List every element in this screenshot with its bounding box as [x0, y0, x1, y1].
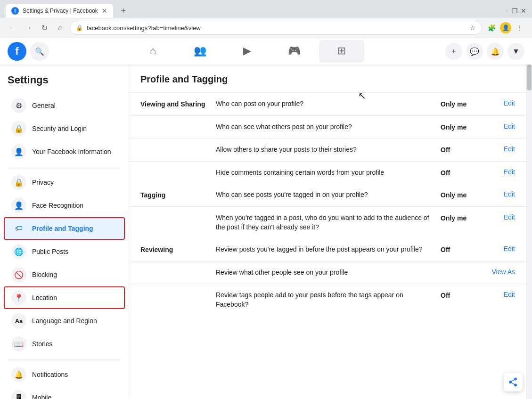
setting-value-review-others: [441, 268, 483, 269]
search-button[interactable]: 🔍: [30, 42, 49, 61]
nav-gaming[interactable]: 🎮: [272, 40, 317, 63]
edit-link-review-tags[interactable]: Edit: [504, 291, 515, 298]
refresh-button[interactable]: ↻: [38, 21, 51, 34]
setting-action-tagging-see: Edit: [487, 190, 515, 198]
setting-action-who-post: Edit: [487, 99, 515, 107]
sidebar-label-location: Location: [32, 294, 57, 301]
star-icon[interactable]: ☆: [470, 24, 476, 32]
new-tab-button[interactable]: +: [117, 4, 130, 17]
sidebar-item-general[interactable]: ⚙ General: [4, 94, 125, 117]
nav-watch[interactable]: ▶: [225, 40, 270, 63]
face-recognition-icon: 👤: [11, 198, 26, 213]
sidebar-divider-2: [8, 359, 121, 359]
location-icon: 📍: [11, 290, 26, 305]
address-bar[interactable]: 🔒 facebook.com/settings?tab=timeline&vie…: [70, 21, 482, 35]
sidebar-label-public-posts: Public Posts: [32, 248, 68, 255]
sidebar-title: Settings: [0, 70, 129, 94]
edit-link-tagging-see[interactable]: Edit: [504, 190, 515, 198]
setting-action-others-post: Edit: [487, 122, 515, 130]
extensions-icon[interactable]: 🧩: [485, 21, 498, 34]
mobile-icon: 📱: [11, 390, 26, 399]
sidebar-label-privacy: Privacy: [32, 179, 54, 186]
sidebar-item-stories[interactable]: 📖 Stories: [4, 333, 125, 355]
sidebar-item-face-recognition[interactable]: 👤 Face Recognition: [4, 194, 125, 217]
setting-desc-review-others: Review what other people see on your pro…: [216, 268, 437, 277]
browser-toolbar: 🧩 👤 ⋮: [485, 21, 526, 34]
setting-action-tagging-audience: Edit: [487, 213, 515, 221]
profile-icon[interactable]: 👤: [500, 22, 511, 33]
setting-action-review-tags: Edit: [487, 291, 515, 298]
view-as-link[interactable]: View As: [491, 268, 515, 276]
sidebar-item-mobile[interactable]: 📱 Mobile: [4, 386, 125, 399]
scrollbar-thumb[interactable]: [527, 65, 532, 90]
close-button[interactable]: ✕: [521, 7, 526, 15]
edit-link-share-stories[interactable]: Edit: [504, 145, 515, 153]
sidebar-item-language[interactable]: Aa Language and Region: [4, 309, 125, 332]
restore-button[interactable]: ❐: [512, 7, 518, 15]
general-icon: ⚙: [11, 98, 26, 113]
sidebar-item-privacy[interactable]: 🔒 Privacy: [4, 171, 125, 194]
sidebar-label-notifications: Notifications: [32, 371, 68, 378]
setting-row-tagging-see: Who can see posts you're tagged in on yo…: [216, 190, 515, 200]
sidebar-label-mobile: Mobile: [32, 394, 51, 399]
edit-link-review-tagged[interactable]: Edit: [504, 245, 515, 252]
setting-value-hide-comments: Off: [441, 168, 483, 177]
edit-link-who-post[interactable]: Edit: [504, 99, 515, 107]
browser-tab[interactable]: f Settings & Privacy | Facebook ✕: [6, 4, 113, 18]
setting-desc-review-tags: Review tags people add to your posts bef…: [216, 291, 437, 309]
setting-action-review-others: View As: [487, 268, 515, 276]
row-tagging-see: Tagging Who can see posts you're tagged …: [129, 184, 526, 207]
sidebar-label-profile-tagging: Profile and Tagging: [32, 225, 93, 232]
setting-value-tagging-see: Only me: [441, 190, 483, 199]
nav-marketplace[interactable]: ⊞: [319, 40, 364, 63]
setting-desc-tagging-audience: When you're tagged in a post, who do you…: [216, 213, 437, 232]
setting-action-hide-comments: Edit: [487, 168, 515, 176]
main-layout: Settings ⚙ General 🔒 Security and Login …: [0, 65, 532, 399]
stories-icon: 📖: [11, 336, 26, 351]
setting-value-who-post: Only me: [441, 99, 483, 108]
tab-close-button[interactable]: ✕: [102, 7, 107, 15]
browser-controls: ← → ↻ ⌂ 🔒 facebook.com/settings?tab=time…: [0, 18, 532, 38]
sidebar-item-public-posts[interactable]: 🌐 Public Posts: [4, 240, 125, 263]
sidebar-item-location[interactable]: 📍 Location: [4, 286, 125, 309]
content-area: Profile and Tagging Viewing and Sharing …: [129, 65, 526, 399]
edit-link-hide-comments[interactable]: Edit: [504, 168, 515, 176]
tab-title: Settings & Privacy | Facebook: [23, 8, 98, 14]
row-others-post: Who can see what others post on your pro…: [129, 116, 526, 139]
sidebar-item-facebook-info[interactable]: 👤 Your Facebook Information: [4, 140, 125, 163]
edit-link-tagging-audience[interactable]: Edit: [504, 213, 515, 221]
nav-home[interactable]: ⌂: [131, 40, 176, 63]
sidebar-item-profile-tagging[interactable]: 🏷 Profile and Tagging: [4, 217, 125, 240]
sidebar-label-language: Language and Region: [32, 317, 97, 325]
setting-desc-who-post: Who can post on your profile?: [216, 99, 437, 109]
sidebar-item-notifications[interactable]: 🔔 Notifications: [4, 363, 125, 386]
section-label-empty-5: [140, 268, 216, 269]
setting-desc-others-post: Who can see what others post on your pro…: [216, 122, 437, 132]
notifications-button[interactable]: 🔔: [487, 43, 504, 60]
edit-link-others-post[interactable]: Edit: [504, 122, 515, 130]
nav-friends[interactable]: 👥: [178, 40, 223, 63]
scrollbar[interactable]: [526, 65, 532, 399]
forward-button[interactable]: →: [22, 21, 35, 34]
account-button[interactable]: ▼: [507, 43, 524, 60]
share-icon[interactable]: [504, 373, 523, 391]
section-label-viewing: Viewing and Sharing: [140, 99, 216, 108]
setting-row-tagging-audience: When you're tagged in a post, who do you…: [216, 213, 515, 232]
section-label-empty-6: [140, 291, 216, 292]
row-review-tagged: Reviewing Review posts you're tagged in …: [129, 238, 526, 261]
back-button[interactable]: ←: [6, 21, 19, 34]
section-header-viewing: Viewing and Sharing Who can post on your…: [129, 93, 526, 116]
sidebar-item-blocking[interactable]: 🚫 Blocking: [4, 263, 125, 286]
blocking-icon: 🚫: [11, 267, 26, 282]
minimize-button[interactable]: −: [505, 7, 509, 15]
share-svg: [508, 377, 518, 387]
setting-desc-review-tagged: Review posts you're tagged in before the…: [216, 245, 437, 254]
messenger-button[interactable]: 💬: [466, 43, 483, 60]
create-button[interactable]: +: [445, 43, 462, 60]
home-button[interactable]: ⌂: [54, 21, 67, 34]
sidebar-item-security[interactable]: 🔒 Security and Login: [4, 117, 125, 140]
section-label-empty-1: [140, 122, 216, 123]
setting-action-share-stories: Edit: [487, 145, 515, 153]
facebook-logo[interactable]: f: [8, 42, 26, 61]
menu-icon[interactable]: ⋮: [513, 21, 526, 34]
